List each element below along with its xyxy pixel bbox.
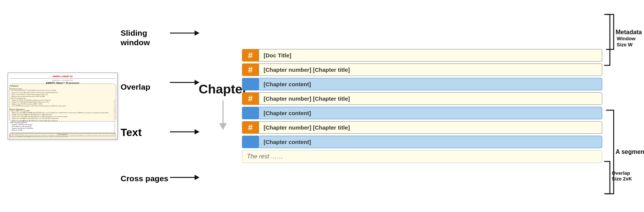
svg-text:Window: Window — [617, 36, 636, 41]
chunk-row-4: # [Chapter number] [Chapter title] — [242, 92, 602, 105]
hash-badge-6: # — [242, 121, 259, 134]
chunk-row-8: The rest …… — [242, 150, 602, 163]
features-title: 1 Features — [10, 85, 115, 87]
chapter-arrow — [215, 100, 231, 131]
overlap-label: Overlap — [121, 82, 170, 92]
chunk-box-chapter-title-2: [Chapter number] [Chapter title] — [259, 92, 602, 105]
svg-text:Metadata: Metadata — [616, 29, 642, 35]
chunk-row-3: [Chapter content] — [242, 78, 602, 90]
doc-body: 1 Features Processor Cores: • Up to Quad… — [10, 85, 115, 137]
hash-badge-3-blue — [242, 78, 259, 90]
arrows-section — [170, 0, 204, 212]
brackets-svg: Metadata Window Size W A segment Overlap… — [602, 4, 644, 209]
doc-footer: An IMPORTANT NOTICE at the end of this d… — [9, 133, 116, 138]
svg-marker-5 — [195, 129, 199, 134]
cross-pages-label: Cross pages — [121, 174, 170, 183]
watermark: ADVANCE INFORMATION — [113, 100, 116, 134]
text-label: Text — [121, 127, 170, 139]
hash-badge-4: # — [242, 92, 259, 105]
chunk-box-chapter-content-2: [Chapter content] — [259, 107, 602, 119]
svg-marker-7 — [195, 175, 199, 180]
document-panel: AM62Px | AM62P-Q1 SPRSP20C – OCTOBER 202… — [8, 73, 118, 139]
svg-marker-1 — [195, 30, 199, 36]
document-section: AM62Px | AM62P-Q1 SPRSP20C – OCTOBER 202… — [0, 0, 170, 212]
label-column: Sliding window Overlap Text Cross pages — [121, 7, 170, 205]
memory-title: Memory Subsystem: — [10, 108, 115, 110]
chunks-list: # [Doc Title] # [Chapter number] [Chapte… — [242, 0, 602, 212]
chapter-label: Chapter — [199, 82, 247, 97]
svg-text:A segment: A segment — [616, 149, 644, 155]
chunk-row-2: # [Chapter number] [Chapter title] — [242, 63, 602, 76]
sliding-window-label: Sliding window — [121, 28, 170, 47]
hash-badge-7-blue — [242, 136, 259, 148]
chunk-box-chapter-title-1: [Chapter number] [Chapter title] — [259, 63, 602, 76]
doc-header: AM62Px | AM62P-Q1 — [10, 75, 115, 79]
chunk-row-5: [Chapter content] — [242, 107, 602, 119]
main-layout: AM62Px | AM62P-Q1 SPRSP20C – OCTOBER 202… — [0, 0, 644, 212]
chunk-box-chapter-title-3: [Chapter number] [Chapter title] — [259, 121, 602, 134]
chunk-row-1: # [Doc Title] — [242, 49, 602, 62]
chapter-section: Chapter — [204, 0, 242, 212]
svg-text:Size 2xK: Size 2xK — [612, 176, 632, 182]
doc-title: AM62Px Sitara™ Processors — [10, 82, 115, 84]
chunk-box-doc-title: [Doc Title] — [259, 49, 602, 62]
right-section: # [Doc Title] # [Chapter number] [Chapte… — [242, 0, 644, 212]
arrows-svg — [170, 3, 204, 209]
chunk-box-chapter-content-1: [Chapter content] — [259, 78, 602, 90]
hash-badge-5-blue — [242, 107, 259, 119]
svg-marker-9 — [219, 123, 227, 130]
chunk-row-6: # [Chapter number] [Chapter title] — [242, 121, 602, 134]
right-brackets: Metadata Window Size W A segment Overlap… — [602, 0, 644, 212]
svg-text:Size W: Size W — [617, 42, 633, 47]
doc-sub-header: SPRSP20C – OCTOBER 2023 — [10, 79, 115, 81]
chunk-box-chapter-content-3: [Chapter content] — [259, 136, 602, 148]
svg-text:Overlap: Overlap — [612, 170, 630, 176]
chunk-box-rest: The rest …… — [242, 150, 602, 163]
doc-content: • Up to Quad 64-bit Arm® Cortex®-A53 mic… — [10, 90, 115, 137]
hash-badge-1: # — [242, 49, 259, 62]
chunk-row-7: [Chapter content] — [242, 136, 602, 148]
hash-badge-2: # — [242, 63, 259, 76]
